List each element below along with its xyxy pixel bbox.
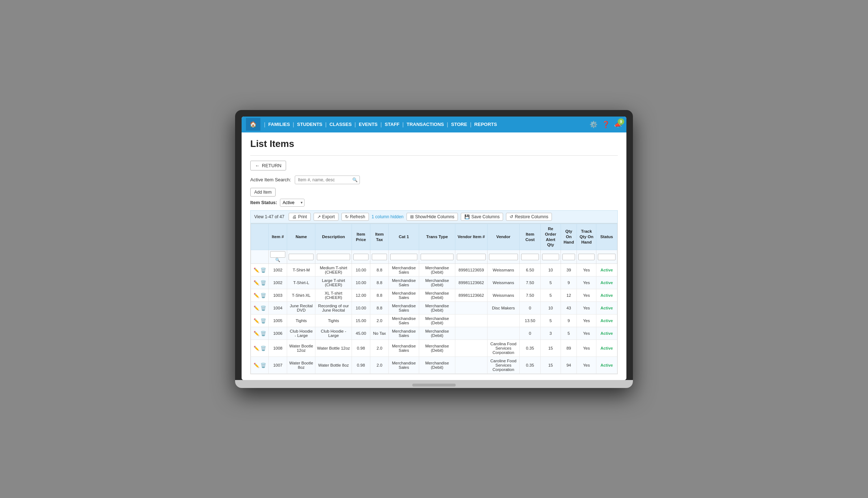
col-header-tax[interactable]: Item Tax	[370, 224, 389, 250]
edit-icon[interactable]: ✏️	[254, 293, 259, 298]
cell-name: T-Shirt-M	[287, 264, 315, 277]
delete-icon[interactable]: 🗑️	[260, 280, 266, 286]
edit-icon[interactable]: ✏️	[254, 305, 259, 311]
cell-reorder: 15	[540, 357, 561, 374]
cell-cat: Merchandise Sales	[389, 315, 419, 327]
filter-qty[interactable]	[562, 254, 575, 260]
cell-vendor-item	[455, 357, 488, 374]
nav-students[interactable]: STUDENTS	[295, 122, 324, 127]
edit-icon[interactable]: ✏️	[254, 346, 259, 351]
row-actions: ✏️ 🗑️	[251, 340, 269, 357]
nav-store[interactable]: STORE	[450, 122, 469, 127]
cell-cat: Merchandise Sales	[389, 277, 419, 289]
hidden-columns-link[interactable]: 1 column hidden	[372, 214, 404, 219]
filter-trans[interactable]	[421, 254, 454, 260]
filter-status[interactable]	[598, 254, 616, 260]
edit-icon[interactable]: ✏️	[254, 363, 259, 368]
col-header-vendor[interactable]: Vendor	[487, 224, 519, 250]
filter-price[interactable]	[353, 254, 369, 260]
delete-icon[interactable]: 🗑️	[260, 305, 266, 311]
return-button[interactable]: ← RETURN	[250, 161, 286, 170]
nav-events[interactable]: EVENTS	[357, 122, 379, 127]
cell-reorder: 5	[540, 289, 561, 302]
col-header-vendor-item[interactable]: Vendor Item #	[455, 224, 488, 250]
delete-icon[interactable]: 🗑️	[260, 363, 266, 368]
nav-staff[interactable]: STAFF	[383, 122, 401, 127]
status-select[interactable]: Active Inactive All	[280, 199, 305, 207]
refresh-button[interactable]: ↻ Refresh	[341, 213, 369, 221]
notifications-button[interactable]: 📣 9	[614, 121, 622, 128]
search-input[interactable]	[295, 176, 360, 184]
filter-name[interactable]	[289, 254, 314, 260]
cell-cost: 13.50	[519, 315, 540, 327]
export-button[interactable]: ↗ Export	[314, 213, 339, 221]
settings-icon[interactable]: ⚙️	[590, 121, 597, 128]
col-header-price[interactable]: Item Price	[352, 224, 370, 250]
delete-icon[interactable]: 🗑️	[260, 293, 266, 298]
filter-cost[interactable]	[521, 254, 539, 260]
cell-qty: 39	[561, 264, 577, 277]
restore-columns-button[interactable]: ↺ Restore Columns	[506, 213, 552, 221]
delete-icon[interactable]: 🗑️	[260, 346, 266, 351]
col-header-item-cost[interactable]: Item Cost	[519, 224, 540, 250]
filter-desc[interactable]	[317, 254, 350, 260]
nav-right: ⚙️ ❓ 📣 9	[590, 121, 622, 128]
row-actions: ✏️ 🗑️	[251, 277, 269, 289]
items-table: Item # Name Description Item Price Item …	[251, 224, 617, 374]
cell-track: Yes	[577, 264, 596, 277]
col-header-qty-hand[interactable]: Qty On Hand	[561, 224, 577, 250]
nav-classes[interactable]: CLASSES	[328, 122, 353, 127]
cell-item-num: 1008	[269, 340, 287, 357]
cell-name: Water Bootle 12oz	[287, 340, 315, 357]
col-header-cat[interactable]: Cat 1	[389, 224, 419, 250]
edit-icon[interactable]: ✏️	[254, 318, 259, 324]
col-header-trans[interactable]: Trans Type	[419, 224, 455, 250]
cell-name: Water Bootle 8oz	[287, 357, 315, 374]
filter-reorder[interactable]	[542, 254, 559, 260]
cell-cost: 7.50	[519, 289, 540, 302]
cell-desc: Tights	[315, 315, 352, 327]
home-button[interactable]: 🏠	[246, 118, 260, 131]
show-hide-columns-button[interactable]: ⊞ Show/Hide Columns	[407, 213, 458, 221]
filter-vendor[interactable]	[489, 254, 518, 260]
nav-families[interactable]: FAMILIES	[267, 122, 292, 127]
print-button[interactable]: 🖨 Print	[289, 213, 311, 221]
nav-transactions[interactable]: TRANSACTIONS	[405, 122, 445, 127]
table-row: ✏️ 🗑️ 1005 Tights Tights 15.00 2.0 Merch…	[251, 315, 617, 327]
cell-track: Yes	[577, 327, 596, 340]
save-columns-button[interactable]: 💾 Save Columns	[461, 213, 503, 221]
delete-icon[interactable]: 🗑️	[260, 318, 266, 324]
cell-tax: 2.0	[370, 340, 389, 357]
col-header-reorder[interactable]: Re Order Alert Qty	[540, 224, 561, 250]
nav-reports[interactable]: REPORTS	[473, 122, 498, 127]
delete-icon[interactable]: 🗑️	[260, 267, 266, 273]
cell-cost: 0.35	[519, 357, 540, 374]
edit-icon[interactable]: ✏️	[254, 267, 259, 273]
col-header-name[interactable]: Name	[287, 224, 315, 250]
edit-icon[interactable]: ✏️	[254, 331, 259, 336]
page-content: List Items ← RETURN Active Item Search: …	[242, 132, 626, 380]
toolbar: View 1-47 of 47 🖨 Print ↗ Export ↻ Refre…	[250, 210, 618, 223]
filter-cat[interactable]	[390, 254, 417, 260]
row-actions: ✏️ 🗑️	[251, 289, 269, 302]
table-row: ✏️ 🗑️ 1008 Water Bootle 12oz Water Bottl…	[251, 340, 617, 357]
edit-icon[interactable]: ✏️	[254, 280, 259, 286]
cell-trans: Merchandise (Debit)	[419, 264, 455, 277]
filter-track[interactable]	[578, 254, 595, 260]
filter-vendor-item[interactable]	[457, 254, 486, 260]
cell-desc: Recording of our June Recital	[315, 302, 352, 315]
filter-item-num[interactable]	[270, 251, 285, 258]
status-row: Item Status: Active Inactive All	[250, 199, 618, 207]
help-icon[interactable]: ❓	[602, 121, 610, 128]
col-header-status[interactable]: Status	[596, 224, 617, 250]
col-header-track[interactable]: Track Qty On Hand	[577, 224, 596, 250]
delete-icon[interactable]: 🗑️	[260, 331, 266, 336]
cell-cat: Merchandise Sales	[389, 264, 419, 277]
cell-reorder: 15	[540, 340, 561, 357]
col-header-item-num[interactable]: Item #	[269, 224, 287, 250]
add-item-button[interactable]: Add Item	[250, 188, 276, 197]
cell-trans: Merchandise (Debit)	[419, 315, 455, 327]
col-header-desc[interactable]: Description	[315, 224, 352, 250]
filter-tax[interactable]	[372, 254, 387, 260]
cell-status: Active	[596, 315, 617, 327]
